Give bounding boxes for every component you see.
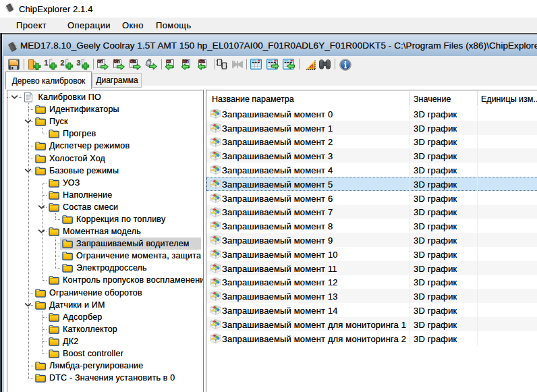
svg-text:bin: bin [113, 59, 119, 63]
svg-text:3: 3 [77, 59, 81, 67]
svg-text:ori: ori [97, 59, 103, 63]
svg-text:2: 2 [61, 59, 65, 67]
svg-text:cs: cs [166, 59, 171, 63]
svg-text:dta: dta [198, 59, 205, 63]
svg-text:1: 1 [45, 59, 49, 67]
svg-text:bin: bin [182, 59, 188, 63]
svg-text:dta: dta [130, 59, 136, 63]
